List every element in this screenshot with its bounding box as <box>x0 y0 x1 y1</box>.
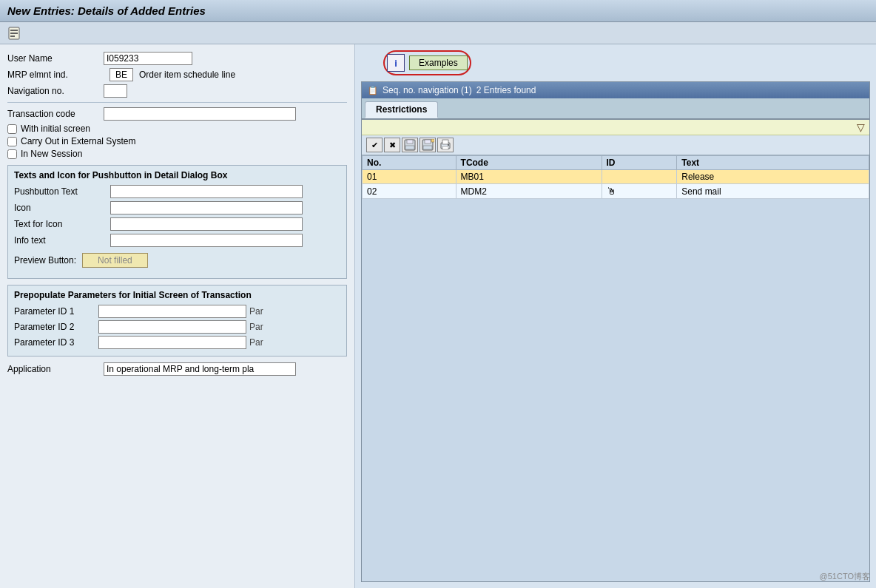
application-label: Application <box>7 364 104 374</box>
transaction-row: Transaction code <box>7 107 347 121</box>
toolbar-icon[interactable] <box>6 25 22 41</box>
param-row-1: Parameter ID 1 Par <box>14 305 340 318</box>
initial-screen-checkbox[interactable] <box>7 124 17 134</box>
check-button[interactable]: ✔ <box>366 138 383 152</box>
col-no: No. <box>363 156 456 170</box>
param-3-extra: Par <box>249 337 263 348</box>
watermark: @51CTO博客 <box>820 571 870 582</box>
navigation-input[interactable] <box>104 84 127 98</box>
info-text-input[interactable] <box>110 234 303 247</box>
pushbutton-text-row: Pushbutton Text <box>14 185 340 198</box>
preview-row: Preview Button: Not filled <box>14 253 340 268</box>
svg-rect-3 <box>10 36 15 37</box>
col-text: Text <box>677 156 869 170</box>
examples-button-wrapper[interactable]: i Examples <box>383 50 471 75</box>
svg-rect-12 <box>442 140 448 144</box>
param-3-input[interactable] <box>98 336 246 349</box>
cell-id <box>602 170 677 184</box>
param-3-label: Parameter ID 3 <box>14 337 95 348</box>
mrp-row: MRP elmnt ind. BE Order item schedule li… <box>7 68 347 81</box>
table-container: No. TCode ID Text 01 MB01 Release <box>362 155 869 199</box>
icon-input[interactable] <box>110 201 303 214</box>
filter-bar: ▽ <box>362 120 869 135</box>
mrp-description: Order item schedule line <box>139 70 235 80</box>
param-row-2: Parameter ID 2 Par <box>14 320 340 334</box>
main-content: User Name MRP elmnt ind. BE Order item s… <box>0 44 876 588</box>
save2-button[interactable] <box>420 138 436 152</box>
navigation-label: Navigation no. <box>7 86 104 96</box>
text-for-icon-input[interactable] <box>110 217 303 231</box>
param-row-3: Parameter ID 3 Par <box>14 336 340 349</box>
col-tcode: TCode <box>456 156 602 170</box>
seq-header: 📋 Seq. no. navigation (1) 2 Entries foun… <box>362 82 869 98</box>
tab-bar: Restrictions <box>362 98 869 120</box>
svg-rect-13 <box>442 146 448 149</box>
examples-button[interactable]: Examples <box>409 55 468 70</box>
prepopulate-section: Prepopulate Parameters for Initial Scree… <box>7 285 347 356</box>
pushbutton-text-label: Pushbutton Text <box>14 186 110 197</box>
table-row[interactable]: 02 MDM2 🖱 Send mail <box>363 184 869 199</box>
cell-tcode: MDM2 <box>456 184 602 199</box>
checkbox-new-session: In New Session <box>7 149 347 159</box>
data-table: No. TCode ID Text 01 MB01 Release <box>362 155 869 199</box>
examples-area: i Examples <box>361 50 870 75</box>
prepopulate-section-title: Prepopulate Parameters for Initial Scree… <box>14 290 340 300</box>
user-name-input[interactable] <box>104 52 192 65</box>
info-text-label: Info text <box>14 235 110 246</box>
save-button[interactable] <box>402 138 418 152</box>
title-bar: New Entries: Details of Added Entries <box>0 0 876 22</box>
mrp-code: BE <box>110 68 133 81</box>
svg-rect-1 <box>10 30 18 31</box>
param-2-extra: Par <box>249 322 263 332</box>
right-panel: i Examples 📋 Seq. no. navigation (1) 2 E… <box>355 44 876 588</box>
icon-label: Icon <box>14 203 110 213</box>
param-1-label: Parameter ID 1 <box>14 306 95 317</box>
mrp-label: MRP elmnt ind. <box>7 70 104 80</box>
param-1-input[interactable] <box>98 305 246 318</box>
toolbar <box>0 22 876 44</box>
cursor-icon: 🖱 <box>607 186 616 197</box>
seq-header-icon: 📋 <box>368 86 378 95</box>
table-row[interactable]: 01 MB01 Release <box>363 170 869 184</box>
info-icon: i <box>387 54 405 72</box>
new-session-label: In New Session <box>21 149 82 159</box>
transaction-input[interactable] <box>104 107 296 121</box>
preview-button[interactable]: Not filled <box>82 253 148 268</box>
print-button[interactable] <box>437 138 454 152</box>
preview-label: Preview Button: <box>14 255 76 266</box>
new-session-checkbox[interactable] <box>7 149 17 159</box>
filter-icon: ▽ <box>857 121 865 133</box>
cell-no: 02 <box>363 184 456 199</box>
checkbox-external-system: Carry Out in External System <box>7 136 347 146</box>
navigation-row: Navigation no. <box>7 84 347 98</box>
cancel-button[interactable]: ✖ <box>384 138 400 152</box>
svg-rect-5 <box>407 140 413 143</box>
col-id: ID <box>602 156 677 170</box>
application-input[interactable] <box>104 362 296 376</box>
table-toolbar: ✔ ✖ <box>362 135 869 155</box>
page-title: New Entries: Details of Added Entries <box>7 4 869 17</box>
cell-text: Release <box>677 170 869 184</box>
svg-point-14 <box>448 144 449 146</box>
pushbutton-section-title: Texts and Icon for Pushbutton in Detail … <box>14 170 340 180</box>
pushbutton-text-input[interactable] <box>110 185 303 198</box>
svg-rect-6 <box>405 146 414 149</box>
seq-panel: 📋 Seq. no. navigation (1) 2 Entries foun… <box>361 81 870 582</box>
cell-no: 01 <box>363 170 456 184</box>
user-name-row: User Name <box>7 52 347 65</box>
tab-restrictions[interactable]: Restrictions <box>365 101 438 118</box>
user-name-label: User Name <box>7 53 104 64</box>
application-row: Application <box>7 362 347 376</box>
svg-rect-10 <box>431 139 434 142</box>
svg-rect-9 <box>423 146 432 149</box>
checkbox-initial-screen: With initial screen <box>7 124 347 134</box>
param-1-extra: Par <box>249 306 263 317</box>
icon-row: Icon <box>14 201 340 214</box>
svg-rect-2 <box>10 33 18 34</box>
transaction-label: Transaction code <box>7 109 104 119</box>
seq-header-count: 2 Entries found <box>476 85 536 95</box>
info-text-row: Info text <box>14 234 340 247</box>
external-system-checkbox[interactable] <box>7 137 17 146</box>
param-2-input[interactable] <box>98 320 246 334</box>
external-system-label: Carry Out in External System <box>21 136 135 146</box>
